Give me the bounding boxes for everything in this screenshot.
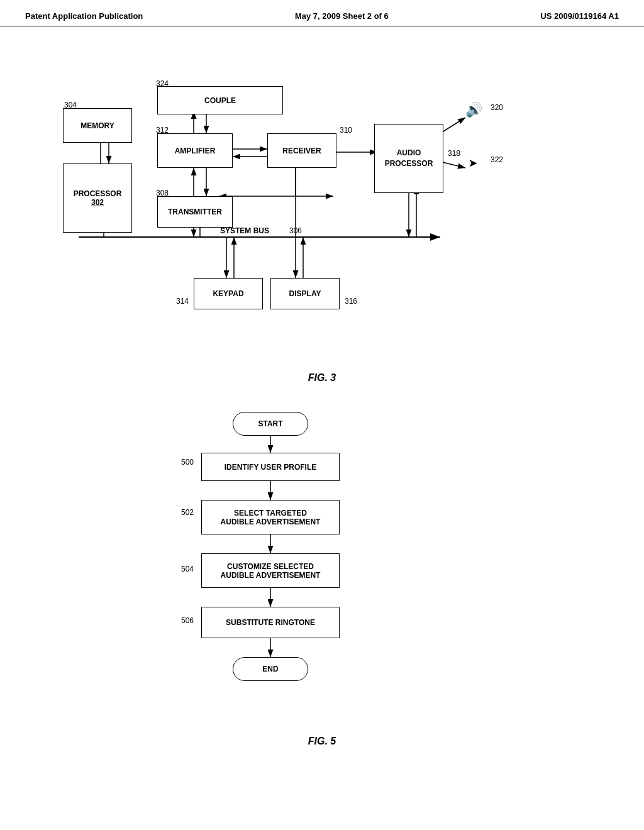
header-right: US 2009/0119164 A1 [540, 11, 619, 21]
fig3-caption: FIG. 3 [25, 372, 619, 384]
signal-icon: ➤ [469, 157, 477, 169]
speaker-top: 🔊 [465, 102, 482, 118]
ref-310: 310 [340, 126, 352, 135]
identify-box: IDENTIFY USER PROFILE [201, 453, 340, 481]
ref-502: 502 [181, 508, 194, 517]
ref-322: 322 [491, 155, 503, 164]
keypad-box: KEYPAD [194, 278, 263, 309]
display-box: DISPLAY [270, 278, 340, 309]
amplifier-box: AMPLIFIER [157, 133, 233, 168]
svg-line-8 [440, 118, 465, 133]
system-bus-label: SYSTEM BUS [220, 226, 269, 235]
end-box: END [233, 657, 308, 681]
fig5-diagram: START IDENTIFY USER PROFILE 500 SELECT T… [25, 402, 619, 729]
select-box: SELECT TARGETED AUDIBLE ADVERTISEMENT [201, 500, 340, 534]
audio-processor-box: AUDIO PROCESSOR [374, 124, 443, 193]
ref-316: 316 [345, 297, 357, 306]
page-header: Patent Application Publication May 7, 20… [0, 0, 644, 26]
ref-314: 314 [176, 297, 189, 306]
ref-500: 500 [181, 458, 194, 467]
page-content: MEMORY 304 PROCESSOR 302 COUPLE 324 AMPL… [0, 26, 644, 760]
ref-312: 312 [156, 126, 169, 135]
ref-504: 504 [181, 565, 194, 573]
fig5-caption: FIG. 5 [25, 736, 619, 747]
header-left: Patent Application Publication [25, 11, 143, 21]
ref-318: 318 [448, 149, 460, 158]
processor-box: PROCESSOR 302 [63, 163, 132, 233]
ref-506: 506 [181, 616, 194, 625]
svg-line-9 [440, 162, 465, 168]
fig3-diagram: MEMORY 304 PROCESSOR 302 COUPLE 324 AMPL… [25, 52, 619, 366]
substitute-box: SUBSTITUTE RINGTONE [201, 607, 340, 638]
memory-box: MEMORY [63, 108, 132, 143]
couple-box: COUPLE [157, 86, 283, 114]
ref-304: 304 [64, 101, 77, 109]
ref-308: 308 [156, 189, 169, 197]
start-box: START [233, 412, 308, 436]
customize-box: CUSTOMIZE SELECTED AUDIBLE ADVERTISEMENT [201, 553, 340, 588]
transmitter-box: TRANSMITTER [157, 196, 233, 228]
receiver-box: RECEIVER [267, 133, 336, 168]
ref-320: 320 [491, 103, 503, 112]
ref-324: 324 [156, 79, 169, 88]
ref-306: 306 [289, 226, 302, 235]
header-middle: May 7, 2009 Sheet 2 of 6 [295, 11, 389, 21]
